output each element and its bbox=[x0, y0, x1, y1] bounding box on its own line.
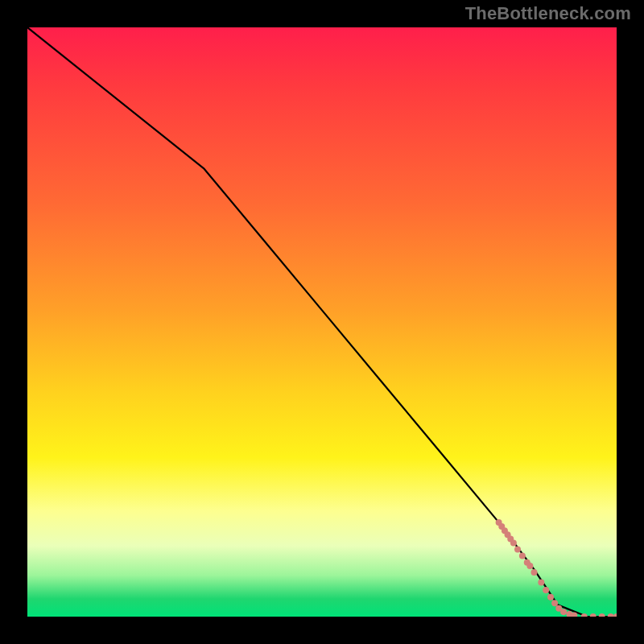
scatter-point bbox=[608, 613, 614, 617]
scatter-point bbox=[514, 547, 521, 553]
plot-overlay bbox=[27, 27, 617, 617]
scatter-point bbox=[547, 594, 554, 601]
curve-line bbox=[27, 27, 617, 617]
scatter-points bbox=[496, 519, 617, 617]
scatter-point bbox=[590, 613, 597, 617]
scatter-point bbox=[551, 600, 558, 606]
chart-frame: TheBottleneck.com bbox=[0, 0, 644, 644]
scatter-point bbox=[613, 613, 617, 617]
scatter-point bbox=[519, 553, 526, 559]
scatter-point bbox=[526, 563, 533, 569]
scatter-point bbox=[538, 580, 544, 586]
scatter-point bbox=[543, 587, 549, 593]
scatter-point bbox=[599, 613, 605, 617]
scatter-point bbox=[560, 609, 567, 615]
plot-area bbox=[27, 27, 617, 617]
attribution-label: TheBottleneck.com bbox=[465, 3, 631, 24]
scatter-point bbox=[510, 540, 517, 547]
scatter-point bbox=[531, 569, 538, 576]
